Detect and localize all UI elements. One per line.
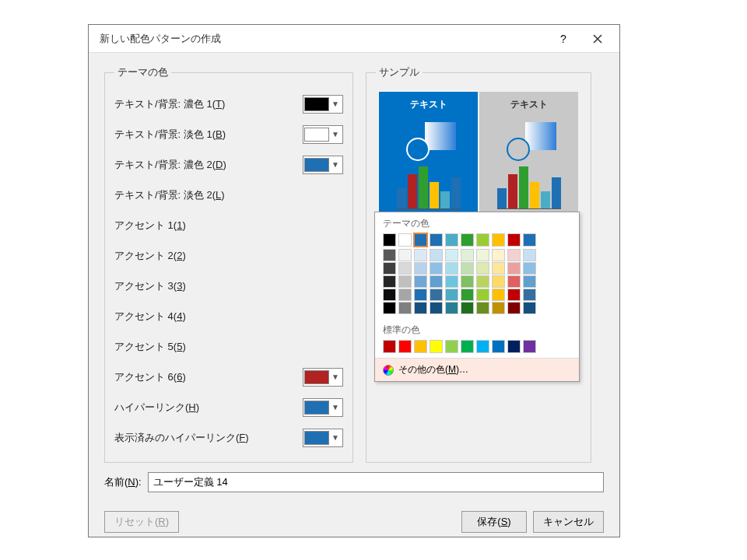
sample-light-chart	[497, 167, 561, 209]
color-row-4: アクセント 1(1)	[114, 210, 343, 240]
tint-swatch[interactable]	[476, 302, 489, 314]
chevron-down-icon: ▼	[329, 100, 342, 108]
name-input[interactable]	[148, 472, 604, 492]
tint-column	[383, 249, 396, 314]
tint-swatch[interactable]	[492, 289, 505, 301]
tint-swatch[interactable]	[445, 302, 458, 314]
tint-swatch[interactable]	[461, 275, 474, 288]
tint-swatch[interactable]	[398, 262, 412, 275]
tint-swatch[interactable]	[430, 275, 443, 288]
theme-swatch[interactable]	[476, 233, 489, 247]
tint-swatch[interactable]	[492, 302, 505, 314]
tint-swatch[interactable]	[523, 302, 536, 314]
standard-swatch[interactable]	[507, 340, 521, 353]
tint-swatch[interactable]	[398, 275, 412, 288]
theme-swatch[interactable]	[430, 233, 443, 247]
standard-swatch[interactable]	[523, 340, 536, 353]
tint-swatch[interactable]	[383, 275, 396, 288]
tint-swatch[interactable]	[430, 302, 443, 314]
tint-swatch[interactable]	[445, 249, 458, 261]
theme-swatch[interactable]	[414, 233, 427, 247]
save-button[interactable]: 保存(S)	[461, 511, 527, 533]
standard-swatch[interactable]	[398, 340, 412, 353]
tint-swatch[interactable]	[461, 249, 474, 261]
theme-swatch[interactable]	[507, 233, 521, 247]
tint-swatch[interactable]	[476, 275, 489, 288]
tint-swatch[interactable]	[492, 275, 505, 288]
standard-swatch[interactable]	[445, 340, 458, 353]
color-row-8: アクセント 5(5)	[114, 331, 343, 362]
tint-swatch[interactable]	[523, 249, 536, 261]
tint-swatch[interactable]	[383, 262, 396, 275]
tint-swatch[interactable]	[492, 262, 505, 275]
tint-swatch[interactable]	[430, 249, 443, 261]
color-swatch-2[interactable]: ▼	[303, 156, 343, 174]
tint-swatch[interactable]	[476, 262, 489, 275]
tint-swatch[interactable]	[383, 249, 396, 261]
theme-swatch[interactable]	[398, 233, 412, 247]
help-button[interactable]: ?	[546, 27, 580, 51]
chart-bar	[408, 174, 417, 208]
chart-bar	[419, 166, 428, 208]
standard-swatch[interactable]	[461, 340, 474, 353]
tint-swatch[interactable]	[523, 275, 536, 288]
theme-tints	[383, 249, 571, 314]
tint-column	[414, 249, 427, 314]
color-swatch-10[interactable]: ▼	[303, 398, 343, 417]
color-swatch-9[interactable]: ▼	[303, 368, 343, 387]
theme-swatch[interactable]	[492, 233, 505, 247]
color-row-7: アクセント 4(4)	[114, 301, 343, 331]
tint-swatch[interactable]	[414, 289, 427, 301]
tint-swatch[interactable]	[523, 262, 536, 275]
tint-swatch[interactable]	[445, 275, 458, 288]
color-swatch-1[interactable]: ▼	[303, 125, 343, 144]
dialog-footer: リセット(R) 保存(S) キャンセル	[89, 503, 619, 544]
theme-swatch[interactable]	[461, 233, 474, 247]
titlebar: 新しい配色パターンの作成 ?	[89, 25, 619, 53]
theme-swatch[interactable]	[445, 233, 458, 247]
tint-swatch[interactable]	[398, 249, 412, 261]
tint-swatch[interactable]	[461, 262, 474, 275]
tint-swatch[interactable]	[507, 289, 521, 301]
tint-swatch[interactable]	[507, 249, 521, 261]
standard-swatch[interactable]	[414, 340, 427, 353]
more-colors-item[interactable]: その他の色(M)…	[375, 358, 579, 381]
tint-swatch[interactable]	[414, 249, 427, 261]
tint-swatch[interactable]	[414, 262, 427, 275]
sample-dark-shapes	[402, 122, 456, 161]
color-row-label: アクセント 3(3)	[114, 279, 186, 293]
tint-swatch[interactable]	[398, 289, 412, 301]
tint-swatch[interactable]	[430, 289, 443, 301]
tint-swatch[interactable]	[414, 275, 427, 288]
chevron-down-icon: ▼	[329, 403, 342, 411]
standard-swatch[interactable]	[476, 340, 489, 353]
tint-swatch[interactable]	[430, 262, 443, 275]
tint-swatch[interactable]	[461, 302, 474, 314]
tint-swatch[interactable]	[507, 262, 521, 275]
theme-swatch[interactable]	[383, 233, 396, 247]
standard-swatch[interactable]	[492, 340, 505, 353]
color-swatch-11[interactable]: ▼	[303, 429, 343, 447]
tint-swatch[interactable]	[523, 289, 536, 301]
tint-swatch[interactable]	[383, 289, 396, 301]
close-button[interactable]	[580, 27, 615, 51]
tint-swatch[interactable]	[476, 289, 489, 301]
tint-swatch[interactable]	[398, 302, 412, 314]
tint-swatch[interactable]	[507, 275, 521, 288]
color-swatch-0[interactable]: ▼	[303, 95, 343, 114]
tint-swatch[interactable]	[461, 289, 474, 301]
tint-swatch[interactable]	[445, 262, 458, 275]
tint-swatch[interactable]	[507, 302, 521, 314]
tint-swatch[interactable]	[445, 289, 458, 301]
cancel-button[interactable]: キャンセル	[533, 511, 604, 533]
tint-swatch[interactable]	[414, 302, 427, 314]
tint-swatch[interactable]	[383, 302, 396, 314]
theme-swatch[interactable]	[523, 233, 536, 247]
reset-button[interactable]: リセット(R)	[104, 511, 179, 533]
name-label: 名前(N):	[104, 475, 142, 489]
tint-swatch[interactable]	[476, 249, 489, 261]
chart-bar	[440, 191, 450, 208]
tint-swatch[interactable]	[492, 249, 505, 261]
standard-swatch[interactable]	[383, 340, 396, 353]
standard-swatch[interactable]	[430, 340, 443, 353]
